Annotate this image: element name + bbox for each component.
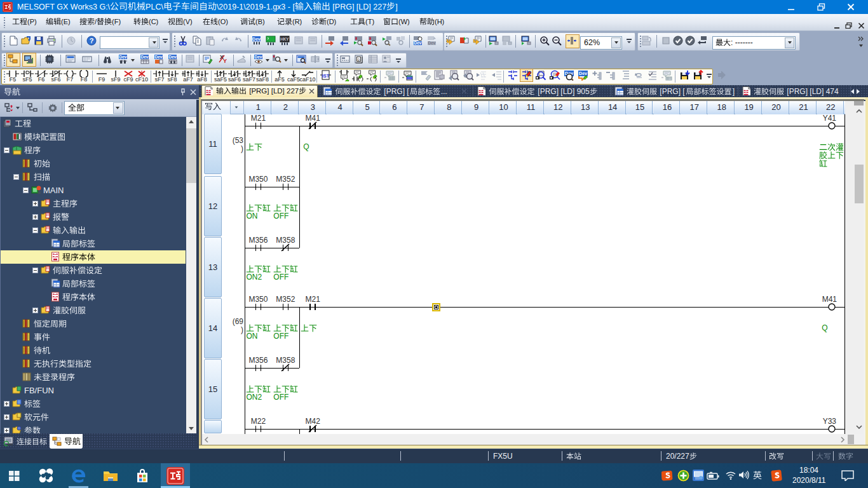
svg-text:Dev: Dev (119, 55, 127, 59)
svg-text:IST: IST (322, 73, 330, 79)
svg-text:Dev: Dev (414, 41, 422, 45)
svg-text:HKY: HKY (280, 37, 289, 41)
svg-text:Dev: Dev (428, 41, 436, 45)
svg-text:Dev: Dev (141, 55, 149, 59)
svg-text:Dev: Dev (155, 55, 163, 59)
svg-text:Dev: Dev (169, 55, 177, 59)
svg-text:Dev: Dev (255, 55, 262, 59)
svg-text:Y: Y (223, 58, 227, 64)
svg-text:Dev: Dev (579, 71, 587, 76)
svg-text:?: ? (90, 37, 94, 44)
svg-text:Dev: Dev (252, 37, 261, 41)
